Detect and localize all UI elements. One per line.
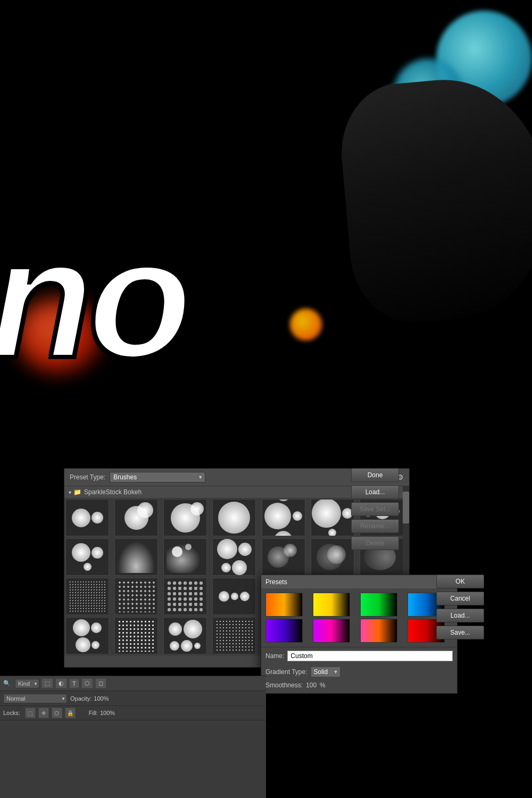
shape-filter-button[interactable]: ⬡ — [81, 678, 93, 688]
fill-value: 100% — [100, 710, 115, 716]
bokeh-orange — [290, 309, 322, 340]
brush-item[interactable] — [163, 617, 207, 654]
brush-item[interactable] — [311, 538, 354, 576]
opacity-row: Opacity: 100% — [70, 695, 109, 702]
locks-row: Locks: ⬚ ✛ ⬡ 🔒 Fill: 100% — [0, 706, 266, 720]
gradient-dialog-header: Presets ⚙ — [261, 575, 457, 588]
brush-item[interactable] — [311, 499, 354, 536]
gradient-name-row: Name: — [261, 647, 457, 664]
lock-position-button[interactable]: ✛ — [38, 708, 49, 718]
preset-type-select-wrapper[interactable]: Brushes Gradients Patterns Styles — [110, 472, 205, 483]
smoothness-label: Smoothness: — [265, 681, 303, 689]
gradient-swatch-orange[interactable] — [265, 593, 303, 617]
brush-item[interactable] — [212, 578, 256, 615]
preset-type-label: Preset Type: — [70, 473, 105, 481]
brush-item[interactable] — [212, 538, 256, 576]
gradient-type-label: Gradient Type: — [265, 668, 307, 676]
name-label: Name: — [265, 652, 284, 660]
brush-item[interactable] — [114, 617, 158, 654]
load-button[interactable]: Load... — [351, 485, 399, 499]
gradient-type-select-wrapper[interactable]: Solid Noise — [311, 667, 340, 677]
locks-label: Locks: — [3, 710, 20, 716]
brush-item[interactable] — [65, 499, 109, 536]
person-hair — [336, 71, 532, 327]
kind-select-wrapper[interactable]: Kind — [15, 678, 39, 688]
gradient-type-select[interactable]: Solid Noise — [311, 667, 340, 677]
save-set-button[interactable]: Save Set... — [351, 502, 399, 516]
lock-all-button[interactable]: 🔒 — [65, 708, 76, 718]
type-filter-button[interactable]: T — [69, 679, 79, 688]
kind-select[interactable]: Kind — [15, 679, 39, 688]
gradient-swatch-green[interactable] — [360, 593, 397, 617]
layers-kind-row: 🔍 Kind ⬚ ◐ T ⬡ ◻ — [0, 676, 266, 691]
gradient-presets-title: Presets — [265, 578, 287, 586]
done-button[interactable]: Done — [351, 468, 399, 482]
smoothness-percent: % — [320, 681, 326, 689]
brush-item[interactable] — [114, 499, 158, 536]
brush-item[interactable] — [212, 499, 256, 536]
brush-item[interactable] — [114, 538, 158, 576]
canvas-text-overlay: no — [0, 213, 187, 383]
brush-item[interactable] — [65, 617, 109, 654]
presets-dialog-buttons: Done Load... Save Set... Rename... Delet… — [351, 468, 399, 550]
brush-item[interactable] — [163, 538, 207, 576]
gradient-type-row: Gradient Type: Solid Noise — [261, 664, 457, 680]
brush-item[interactable] — [114, 578, 158, 615]
group-name: SparkleStock Bokeh — [84, 488, 142, 496]
smart-filter-button[interactable]: ◻ — [95, 678, 106, 688]
gradient-dialog-buttons: OK Cancel Load... Save... — [436, 575, 484, 639]
brush-item[interactable] — [163, 578, 207, 615]
canvas-area: no — [0, 0, 532, 404]
gradient-swatch-yellow[interactable] — [313, 593, 350, 617]
blend-mode-select[interactable]: Normal Multiply Screen Overlay — [3, 694, 67, 703]
gradient-swatch-magenta[interactable] — [313, 619, 350, 643]
adjustment-filter-button[interactable]: ◐ — [55, 678, 67, 688]
lock-pixels-button[interactable]: ⬚ — [25, 708, 36, 718]
gradient-swatch-purple[interactable] — [265, 619, 303, 643]
gradient-ok-button[interactable]: OK — [436, 575, 484, 588]
folder-icon: 📁 — [73, 488, 81, 496]
smoothness-row: Smoothness: 100 % — [261, 680, 457, 693]
group-chevron: ▾ — [69, 489, 71, 495]
smoothness-value: 100 — [306, 681, 317, 689]
brush-item[interactable] — [65, 578, 109, 615]
gradient-load-button[interactable]: Load... — [436, 609, 484, 622]
pixel-filter-button[interactable]: ⬚ — [41, 678, 53, 688]
search-icon: 🔍 — [3, 680, 11, 687]
gradient-editor-dialog: Presets ⚙ Name: Gradient Type: Solid Noi… — [261, 575, 458, 694]
brush-item[interactable] — [212, 617, 256, 654]
mode-select-wrapper[interactable]: Normal Multiply Screen Overlay — [3, 693, 67, 703]
gradient-name-input[interactable] — [287, 651, 453, 661]
layers-mode-row: Normal Multiply Screen Overlay Opacity: … — [0, 691, 266, 706]
layers-panel: 🔍 Kind ⬚ ◐ T ⬡ ◻ Normal Multiply Screen … — [0, 676, 266, 798]
brush-item[interactable] — [262, 499, 305, 536]
fill-row: Fill: 100% — [89, 710, 115, 716]
lock-artboard-button[interactable]: ⬡ — [52, 708, 62, 718]
opacity-label: Opacity: — [70, 695, 92, 702]
brush-scrollbar-thumb[interactable] — [403, 492, 409, 523]
gradient-swatch-grid — [265, 593, 453, 643]
preset-type-select[interactable]: Brushes Gradients Patterns Styles — [110, 472, 205, 483]
brush-item[interactable] — [262, 538, 305, 576]
gradient-swatch-pink[interactable] — [360, 619, 397, 643]
brush-item[interactable] — [163, 499, 207, 536]
fill-label: Fill: — [89, 710, 98, 716]
brush-item[interactable] — [65, 538, 109, 576]
gradient-save-button[interactable]: Save... — [436, 626, 484, 639]
delete-button[interactable]: Delete — [351, 536, 399, 550]
rename-button[interactable]: Rename... — [351, 519, 399, 533]
opacity-value: 100% — [94, 695, 109, 702]
gradient-presets-area — [261, 588, 457, 647]
gradient-cancel-button[interactable]: Cancel — [436, 592, 484, 605]
